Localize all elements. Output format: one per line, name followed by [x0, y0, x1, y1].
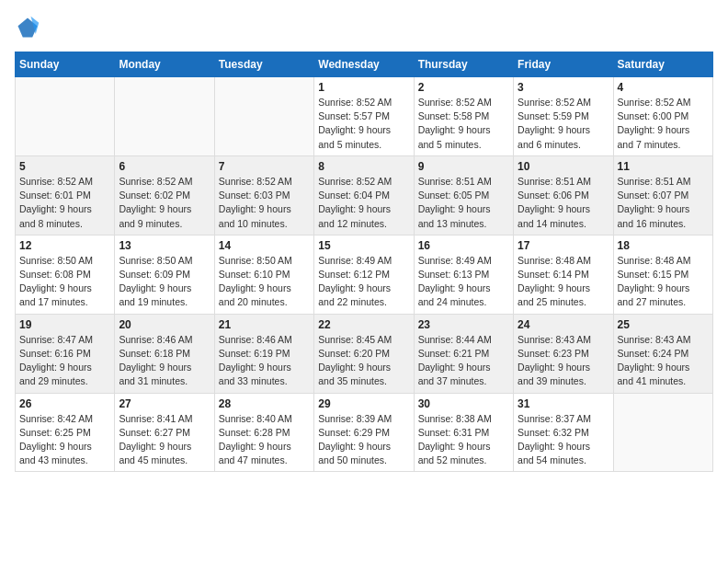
- day-info: Sunrise: 8:37 AM Sunset: 6:32 PM Dayligh…: [518, 412, 609, 468]
- day-info: Sunrise: 8:52 AM Sunset: 5:59 PM Dayligh…: [518, 96, 609, 152]
- calendar-cell: 29Sunrise: 8:39 AM Sunset: 6:29 PM Dayli…: [314, 393, 414, 472]
- day-info: Sunrise: 8:40 AM Sunset: 6:28 PM Dayligh…: [219, 412, 310, 468]
- day-number: 29: [318, 397, 409, 410]
- calendar-cell: 10Sunrise: 8:51 AM Sunset: 6:06 PM Dayli…: [514, 155, 613, 235]
- day-info: Sunrise: 8:52 AM Sunset: 5:58 PM Dayligh…: [418, 96, 509, 152]
- calendar-cell: 20Sunrise: 8:46 AM Sunset: 6:18 PM Dayli…: [115, 314, 214, 393]
- day-number: 9: [418, 160, 509, 173]
- day-number: 3: [518, 81, 609, 94]
- calendar-cell: 11Sunrise: 8:51 AM Sunset: 6:07 PM Dayli…: [613, 155, 712, 235]
- day-number: 27: [119, 397, 210, 410]
- day-info: Sunrise: 8:49 AM Sunset: 6:13 PM Dayligh…: [418, 254, 509, 310]
- logo: [15, 15, 44, 40]
- weekday-header: Monday: [115, 52, 214, 77]
- day-number: 20: [119, 318, 210, 331]
- calendar-cell: 25Sunrise: 8:43 AM Sunset: 6:24 PM Dayli…: [613, 314, 712, 393]
- day-info: Sunrise: 8:43 AM Sunset: 6:23 PM Dayligh…: [518, 333, 609, 389]
- day-number: 17: [518, 239, 609, 252]
- calendar-week-row: 1Sunrise: 8:52 AM Sunset: 5:57 PM Daylig…: [16, 77, 713, 156]
- day-number: 2: [418, 81, 509, 94]
- day-info: Sunrise: 8:46 AM Sunset: 6:18 PM Dayligh…: [119, 333, 210, 389]
- day-info: Sunrise: 8:38 AM Sunset: 6:31 PM Dayligh…: [418, 412, 509, 468]
- day-info: Sunrise: 8:51 AM Sunset: 6:05 PM Dayligh…: [418, 175, 509, 231]
- day-number: 23: [418, 318, 509, 331]
- day-number: 8: [318, 160, 409, 173]
- day-number: 5: [19, 160, 110, 173]
- day-number: 21: [219, 318, 310, 331]
- calendar-cell: 27Sunrise: 8:41 AM Sunset: 6:27 PM Dayli…: [115, 393, 214, 472]
- calendar-cell: 8Sunrise: 8:52 AM Sunset: 6:04 PM Daylig…: [314, 155, 414, 235]
- day-info: Sunrise: 8:49 AM Sunset: 6:12 PM Dayligh…: [318, 254, 409, 310]
- day-number: 4: [618, 81, 709, 94]
- calendar-cell: 5Sunrise: 8:52 AM Sunset: 6:01 PM Daylig…: [16, 155, 115, 235]
- calendar-week-row: 5Sunrise: 8:52 AM Sunset: 6:01 PM Daylig…: [16, 155, 713, 235]
- day-info: Sunrise: 8:50 AM Sunset: 6:10 PM Dayligh…: [219, 254, 310, 310]
- day-number: 26: [19, 397, 110, 410]
- day-info: Sunrise: 8:52 AM Sunset: 6:00 PM Dayligh…: [618, 96, 709, 152]
- calendar-week-row: 12Sunrise: 8:50 AM Sunset: 6:08 PM Dayli…: [16, 235, 713, 314]
- weekday-header: Tuesday: [214, 52, 313, 77]
- calendar-cell: 16Sunrise: 8:49 AM Sunset: 6:13 PM Dayli…: [414, 235, 513, 314]
- weekday-header: Friday: [514, 52, 613, 77]
- day-info: Sunrise: 8:44 AM Sunset: 6:21 PM Dayligh…: [418, 333, 509, 389]
- day-info: Sunrise: 8:48 AM Sunset: 6:15 PM Dayligh…: [618, 254, 709, 310]
- calendar-cell: 18Sunrise: 8:48 AM Sunset: 6:15 PM Dayli…: [613, 235, 712, 314]
- day-number: 31: [518, 397, 609, 410]
- day-number: 25: [618, 318, 709, 331]
- day-number: 22: [318, 318, 409, 331]
- weekday-header: Sunday: [16, 52, 115, 77]
- day-info: Sunrise: 8:43 AM Sunset: 6:24 PM Dayligh…: [618, 333, 709, 389]
- calendar-cell: 17Sunrise: 8:48 AM Sunset: 6:14 PM Dayli…: [514, 235, 613, 314]
- day-info: Sunrise: 8:50 AM Sunset: 6:08 PM Dayligh…: [19, 254, 110, 310]
- calendar-cell: 4Sunrise: 8:52 AM Sunset: 6:00 PM Daylig…: [613, 77, 712, 156]
- day-number: 10: [518, 160, 609, 173]
- calendar-cell: 21Sunrise: 8:46 AM Sunset: 6:19 PM Dayli…: [214, 314, 313, 393]
- calendar-cell: 23Sunrise: 8:44 AM Sunset: 6:21 PM Dayli…: [414, 314, 513, 393]
- day-number: 13: [119, 239, 210, 252]
- day-number: 15: [318, 239, 409, 252]
- calendar-cell: 24Sunrise: 8:43 AM Sunset: 6:23 PM Dayli…: [514, 314, 613, 393]
- calendar-cell: 31Sunrise: 8:37 AM Sunset: 6:32 PM Dayli…: [514, 393, 613, 472]
- calendar-header: SundayMondayTuesdayWednesdayThursdayFrid…: [16, 52, 713, 77]
- day-info: Sunrise: 8:48 AM Sunset: 6:14 PM Dayligh…: [518, 254, 609, 310]
- day-number: 30: [418, 397, 509, 410]
- calendar-body: 1Sunrise: 8:52 AM Sunset: 5:57 PM Daylig…: [16, 77, 713, 472]
- day-info: Sunrise: 8:39 AM Sunset: 6:29 PM Dayligh…: [318, 412, 409, 468]
- calendar-cell: 13Sunrise: 8:50 AM Sunset: 6:09 PM Dayli…: [115, 235, 214, 314]
- logo-icon: [15, 15, 40, 40]
- calendar-week-row: 26Sunrise: 8:42 AM Sunset: 6:25 PM Dayli…: [16, 393, 713, 472]
- weekday-header: Saturday: [613, 52, 712, 77]
- calendar-cell: 14Sunrise: 8:50 AM Sunset: 6:10 PM Dayli…: [214, 235, 313, 314]
- day-info: Sunrise: 8:52 AM Sunset: 6:02 PM Dayligh…: [119, 175, 210, 231]
- day-number: 24: [518, 318, 609, 331]
- calendar-cell: 3Sunrise: 8:52 AM Sunset: 5:59 PM Daylig…: [514, 77, 613, 156]
- day-number: 19: [19, 318, 110, 331]
- day-number: 6: [119, 160, 210, 173]
- day-info: Sunrise: 8:45 AM Sunset: 6:20 PM Dayligh…: [318, 333, 409, 389]
- calendar-cell: 15Sunrise: 8:49 AM Sunset: 6:12 PM Dayli…: [314, 235, 414, 314]
- page-header: [15, 15, 713, 40]
- day-number: 14: [219, 239, 310, 252]
- day-number: 28: [219, 397, 310, 410]
- day-number: 1: [318, 81, 409, 94]
- day-info: Sunrise: 8:41 AM Sunset: 6:27 PM Dayligh…: [119, 412, 210, 468]
- day-info: Sunrise: 8:52 AM Sunset: 6:04 PM Dayligh…: [318, 175, 409, 231]
- calendar-cell: 12Sunrise: 8:50 AM Sunset: 6:08 PM Dayli…: [16, 235, 115, 314]
- day-info: Sunrise: 8:52 AM Sunset: 6:03 PM Dayligh…: [219, 175, 310, 231]
- weekday-header: Thursday: [414, 52, 513, 77]
- calendar-cell: 30Sunrise: 8:38 AM Sunset: 6:31 PM Dayli…: [414, 393, 513, 472]
- day-number: 16: [418, 239, 509, 252]
- day-info: Sunrise: 8:52 AM Sunset: 6:01 PM Dayligh…: [19, 175, 110, 231]
- day-info: Sunrise: 8:51 AM Sunset: 6:07 PM Dayligh…: [618, 175, 709, 231]
- day-info: Sunrise: 8:51 AM Sunset: 6:06 PM Dayligh…: [518, 175, 609, 231]
- calendar-week-row: 19Sunrise: 8:47 AM Sunset: 6:16 PM Dayli…: [16, 314, 713, 393]
- day-info: Sunrise: 8:47 AM Sunset: 6:16 PM Dayligh…: [19, 333, 110, 389]
- weekday-header: Wednesday: [314, 52, 414, 77]
- calendar-cell: [16, 77, 115, 156]
- calendar-cell: 26Sunrise: 8:42 AM Sunset: 6:25 PM Dayli…: [16, 393, 115, 472]
- day-number: 7: [219, 160, 310, 173]
- day-number: 12: [19, 239, 110, 252]
- calendar-cell: 6Sunrise: 8:52 AM Sunset: 6:02 PM Daylig…: [115, 155, 214, 235]
- calendar-cell: 1Sunrise: 8:52 AM Sunset: 5:57 PM Daylig…: [314, 77, 414, 156]
- day-info: Sunrise: 8:42 AM Sunset: 6:25 PM Dayligh…: [19, 412, 110, 468]
